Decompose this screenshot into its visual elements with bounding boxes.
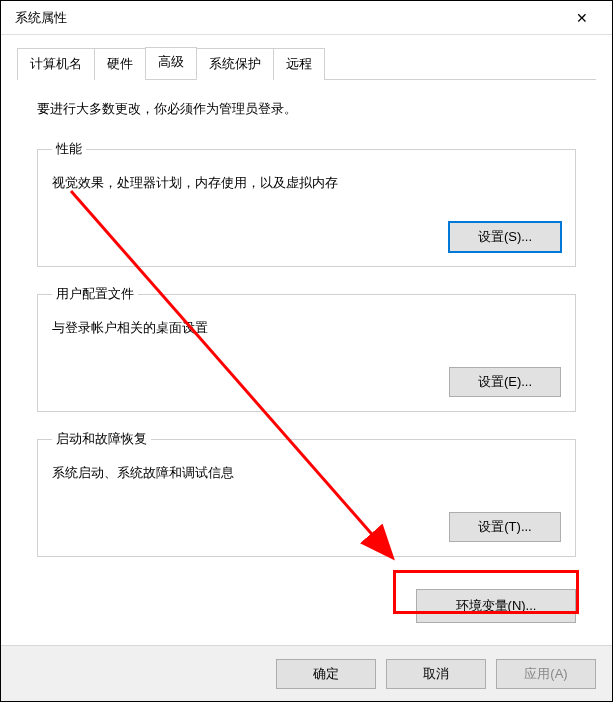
user-profiles-settings-button[interactable]: 设置(E)... <box>449 367 561 397</box>
group-startup-recovery-legend: 启动和故障恢复 <box>52 430 151 448</box>
user-profiles-button-row: 设置(E)... <box>52 367 561 397</box>
apply-button[interactable]: 应用(A) <box>496 659 596 689</box>
startup-recovery-button-row: 设置(T)... <box>52 512 561 542</box>
startup-recovery-settings-button[interactable]: 设置(T)... <box>449 512 561 542</box>
dialog-footer: 确定 取消 应用(A) <box>1 645 612 701</box>
tab-remote[interactable]: 远程 <box>273 48 325 80</box>
environment-variables-button[interactable]: 环境变量(N)... <box>416 589 576 623</box>
group-user-profiles: 用户配置文件 与登录帐户相关的桌面设置 设置(E)... <box>37 285 576 412</box>
startup-recovery-desc: 系统启动、系统故障和调试信息 <box>52 464 561 482</box>
admin-hint-text: 要进行大多数更改，你必须作为管理员登录。 <box>37 100 576 118</box>
titlebar: 系统属性 ✕ <box>1 1 612 35</box>
tab-computer-name[interactable]: 计算机名 <box>17 48 95 80</box>
cancel-button[interactable]: 取消 <box>386 659 486 689</box>
tab-bar: 计算机名 硬件 高级 系统保护 远程 <box>17 47 596 80</box>
performance-desc: 视觉效果，处理器计划，内存使用，以及虚拟内存 <box>52 174 561 192</box>
env-vars-row: 环境变量(N)... <box>17 589 596 635</box>
close-icon: ✕ <box>576 10 588 26</box>
group-performance: 性能 视觉效果，处理器计划，内存使用，以及虚拟内存 设置(S)... <box>37 140 576 267</box>
tab-advanced[interactable]: 高级 <box>145 47 197 79</box>
performance-settings-button[interactable]: 设置(S)... <box>449 222 561 252</box>
ok-button[interactable]: 确定 <box>276 659 376 689</box>
content-area: 计算机名 硬件 高级 系统保护 远程 要进行大多数更改，你必须作为管理员登录。 … <box>1 35 612 647</box>
tab-hardware[interactable]: 硬件 <box>94 48 146 80</box>
window-title: 系统属性 <box>11 9 562 27</box>
group-startup-recovery: 启动和故障恢复 系统启动、系统故障和调试信息 设置(T)... <box>37 430 576 557</box>
close-button[interactable]: ✕ <box>562 3 602 33</box>
tab-panel-advanced: 要进行大多数更改，你必须作为管理员登录。 性能 视觉效果，处理器计划，内存使用，… <box>17 80 596 585</box>
performance-button-row: 设置(S)... <box>52 222 561 252</box>
tab-system-protection[interactable]: 系统保护 <box>196 48 274 80</box>
group-user-profiles-legend: 用户配置文件 <box>52 285 138 303</box>
group-performance-legend: 性能 <box>52 140 86 158</box>
user-profiles-desc: 与登录帐户相关的桌面设置 <box>52 319 561 337</box>
